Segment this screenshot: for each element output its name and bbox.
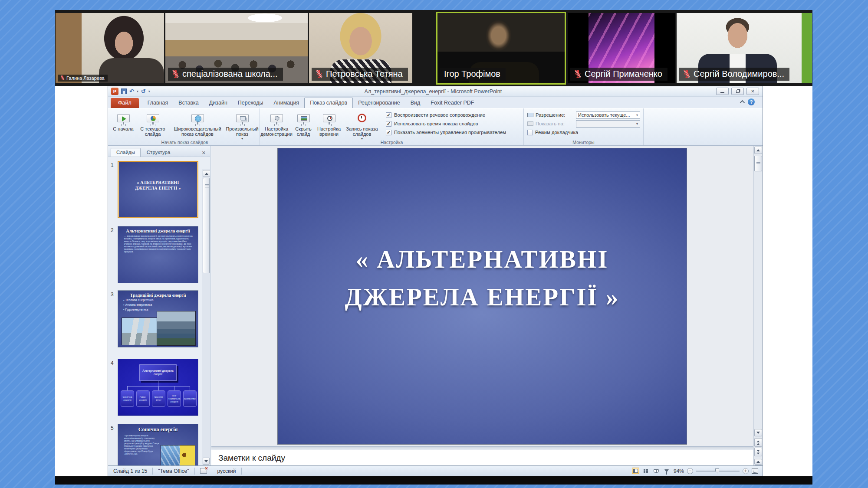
theme-indicator[interactable]: "Тема Office" [153,466,194,476]
setup-slideshow-button[interactable]: Настройка демонстрации [261,110,292,141]
undo-icon[interactable]: ↶ [129,88,134,94]
scroll-down-button[interactable] [203,458,210,465]
hide-slide-button[interactable]: Скрыть слайд [292,110,315,141]
video-tile-1[interactable]: Галина Лазарева [56,13,164,83]
redo-icon[interactable]: ↺ [141,88,146,94]
previous-slide-button[interactable] [754,438,762,447]
tab-animations[interactable]: Анимация [268,98,304,108]
mic-muted-icon [172,69,179,79]
scrollbar-thumb[interactable] [754,156,762,171]
record-slideshow-button[interactable]: Запись показа слайдов [343,110,381,141]
tab-design[interactable]: Дизайн [204,98,233,108]
shared-screen: P ↶▾ ↺ ▾ Ал_тернативні_джерела_енергії -… [55,86,812,476]
vertical-scrollbar[interactable] [753,146,763,465]
zoom-level: 94% [674,468,684,474]
resolution-dropdown[interactable]: Использовать текуще... [576,111,640,119]
tab-transitions[interactable]: Переходы [233,98,269,108]
panel-tab-slides[interactable]: Слайды [111,148,141,157]
reading-view-button[interactable] [653,468,660,474]
thumb-title: Альтернативні джерела енергії [118,229,198,233]
slide-sorter-view-button[interactable] [642,468,650,474]
checkbox-unchecked-icon [527,130,533,135]
rehearse-timings-button[interactable]: Настройка времени [315,110,343,141]
help-icon[interactable]: ? [748,98,755,105]
from-beginning-button[interactable]: С начала [111,110,136,141]
setup-slideshow-icon [270,111,283,125]
status-bar: Слайд 1 из 15 "Тема Office" русский 94% … [108,465,763,476]
slide-thumbnail-5[interactable]: Сонячна енергія - це невичерпна енергія … [118,424,198,465]
checkbox-show-media-controls[interactable]: Показать элементы управления проигрывате… [386,128,506,137]
video-tile-6[interactable]: Сергій Володимиров... [677,13,812,83]
minimize-button[interactable] [716,88,729,95]
from-current-slide-button[interactable]: С текущего слайда [136,110,170,141]
save-icon[interactable] [121,88,127,94]
slide-number: 1 [111,162,114,168]
slide-thumbnail-4[interactable]: Альтернативні джерела енергії Сонячна ен… [118,359,198,416]
close-button[interactable]: ✕ [746,88,759,95]
checkbox-play-narrations[interactable]: Воспроизвести речевое сопровождение [386,111,506,119]
video-tile-5[interactable]: Сергій Примаченко [568,13,675,83]
participant-label: Сергій Володимиров... [679,68,789,81]
ribbon: С начала С текущего слайда Широковещател… [108,108,763,146]
zoom-slider[interactable] [696,471,740,472]
tab-slideshow-active[interactable]: Показ слайдов [304,98,353,108]
reading-view-icon [654,469,659,473]
restore-icon [736,90,740,93]
tab-view[interactable]: Вид [405,98,426,108]
broadcast-slideshow-button[interactable]: Широковещательный показ слайдов [170,110,225,141]
tab-insert[interactable]: Вставка [173,98,204,108]
tab-foxit[interactable]: Foxit Reader PDF [425,98,479,108]
normal-view-button[interactable] [632,468,639,474]
photo-hydro-dam [157,311,196,346]
slide-thumbnail-2[interactable]: Альтернативні джерела енергії — відновлю… [118,226,198,283]
scroll-up-button[interactable] [203,170,210,177]
custom-slideshow-button[interactable]: Произвольный показ [225,110,259,141]
slide-thumbnail-1-selected[interactable]: « АЛЬТЕРНАТИВНІ ДЖЕРЕЛА ЕНЕРГІЇ » [118,161,198,218]
spellcheck-button[interactable] [195,466,212,476]
presenter-view-row[interactable]: Режим докладчика [527,128,640,137]
checkbox-use-timings[interactable]: Использовать время показа слайдов [386,119,506,128]
notes-splitter[interactable] [211,446,753,450]
tab-review[interactable]: Рецензирование [353,98,405,108]
slide-counter[interactable]: Слайд 1 из 15 [108,466,152,476]
mic-muted-icon [574,69,582,79]
scroll-up-button[interactable] [754,147,762,154]
tab-home[interactable]: Главная [142,98,174,108]
slide-thumbnail-3[interactable]: Традиційні джерела енергії Теплова енерг… [118,290,198,347]
panel-tab-outline[interactable]: Структура [141,148,176,157]
broadcast-icon [191,111,204,125]
slide-title-line2: ДЖЕРЕЛА ЕНЕРГІЇ » [278,278,687,316]
spellcheck-icon [200,468,207,474]
next-slide-button[interactable] [754,448,762,456]
thumb-bullet: Атомна енергетика [118,302,198,307]
panel-scrollbar[interactable] [202,169,210,465]
notes-pane[interactable]: Заметки к слайду [211,450,753,465]
slideshow-view-button[interactable] [663,468,671,474]
resolution-row: Разрешение: Использовать текуще... [527,111,640,119]
notes-scroll-up-button[interactable] [754,459,762,465]
current-slide[interactable]: « АЛЬТЕРНАТИВНІ ДЖЕРЕЛА ЕНЕРГІЇ » [277,148,687,445]
video-tile-4-active-speaker[interactable]: Ігор Трофімов [437,13,565,83]
language-indicator[interactable]: русский [212,466,241,476]
undo-dropdown-icon[interactable]: ▾ [137,89,138,93]
collapse-ribbon-icon[interactable] [740,100,745,105]
panel-scrollbar-thumb[interactable] [203,178,210,273]
participant-label: спеціалізована школа... [168,68,283,81]
video-tile-3[interactable]: Петровська Тетяна [309,13,412,83]
slide-editor: « АЛЬТЕРНАТИВНІ ДЖЕРЕЛА ЕНЕРГІЇ » Заметк… [211,146,753,465]
zoom-out-button[interactable]: − [687,468,693,474]
thumb-body-text: - це невичерпна енергія випромінювання (… [118,433,164,455]
group-setup: Настройка демонстрации Скрыть слайд Наст… [260,108,524,145]
zoom-slider-thumb[interactable] [715,468,719,474]
powerpoint-logo-icon[interactable]: P [111,88,118,95]
participant-label: Галина Лазарева [58,75,108,82]
restore-button[interactable] [731,88,744,95]
tab-file[interactable]: Файл [111,98,139,108]
video-tile-2[interactable]: спеціалізована школа... [165,13,308,83]
zoom-in-button[interactable]: + [743,468,749,474]
fit-to-window-button[interactable] [752,468,758,474]
panel-close-icon[interactable]: ✕ [200,149,207,157]
checkbox-checked-icon [386,121,391,127]
checkbox-checked-icon [386,112,391,118]
scroll-down-button[interactable] [754,429,762,436]
